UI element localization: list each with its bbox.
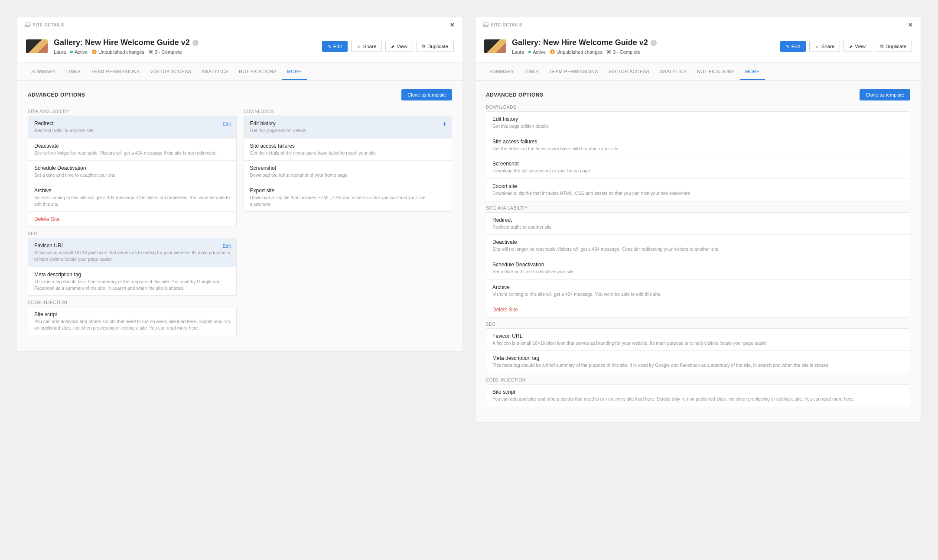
- panel-left: SITE DETAILS ✕ Gallery: New Hire Welcome…: [17, 17, 462, 351]
- help-icon[interactable]: ?: [651, 40, 657, 46]
- download-icon[interactable]: ⬇: [443, 121, 446, 127]
- page-title: Gallery: New Hire Welcome Guide v2: [54, 38, 190, 47]
- breadcrumb: SITE DETAILS: [491, 23, 522, 27]
- downloads-list: Edit history Get this page edition detai…: [486, 111, 910, 201]
- tab-notifications[interactable]: NOTIFICATIONS: [234, 63, 282, 80]
- unpublished-label: Unpublished changes: [98, 49, 144, 55]
- section-seo-label: SEO: [486, 322, 910, 327]
- archive-item[interactable]: Archive Visitors coming to this site wil…: [486, 280, 910, 302]
- tab-more[interactable]: MORE: [282, 63, 307, 80]
- author-label: Laura: [512, 49, 524, 55]
- pencil-icon: ✎: [328, 44, 331, 49]
- delete-site-item[interactable]: Delete Site: [28, 212, 236, 227]
- tab-visitor-access[interactable]: VISITOR ACCESS: [145, 63, 196, 80]
- panel-top-bar: SITE DETAILS ✕: [476, 17, 921, 31]
- schedule-deactivation-item[interactable]: Schedule Deactivation Set a date and tim…: [28, 161, 236, 183]
- deactivate-item[interactable]: Deactivate Site will no longer be reacha…: [28, 139, 236, 161]
- export-site-item[interactable]: Export site Download a .zip file that in…: [486, 179, 910, 201]
- seo-list: Favicon URL A favicon is a small 16×16 p…: [486, 328, 910, 373]
- clone-as-template-button[interactable]: Clone as template: [860, 89, 910, 100]
- complete-label: 3 - Complete: [613, 49, 640, 55]
- edit-button[interactable]: ✎Edit: [322, 41, 348, 52]
- meta-description-item[interactable]: Meta description tag This meta tag shoul…: [28, 267, 236, 295]
- archive-item[interactable]: Archive Visitors coming to this site wil…: [28, 183, 236, 212]
- section-downloads-label: DOWNLOADS: [244, 109, 453, 114]
- favicon-item[interactable]: Favicon URL A favicon is a small 16×16 p…: [28, 238, 236, 267]
- close-icon[interactable]: ✕: [908, 22, 913, 28]
- tab-more[interactable]: MORE: [740, 63, 765, 80]
- help-icon[interactable]: ?: [192, 40, 199, 46]
- duplicate-icon: ⧉: [422, 44, 425, 49]
- screenshot-item[interactable]: Screenshot Download the full screenshot …: [244, 161, 452, 183]
- section-code-injection-label: CODE INJECTION: [486, 378, 910, 382]
- view-button[interactable]: ⬈View: [844, 41, 871, 52]
- section-code-injection-label: CODE INJECTION: [28, 300, 237, 305]
- share-button[interactable]: ⪪Share: [351, 41, 382, 52]
- site-details-icon: [25, 23, 30, 27]
- tab-links[interactable]: LINKS: [519, 63, 544, 80]
- status-dot-icon: [528, 51, 531, 53]
- clone-as-template-button[interactable]: Clone as template: [401, 89, 452, 100]
- edit-button[interactable]: ✎Edit: [780, 41, 806, 52]
- favicon-item[interactable]: Favicon URL A favicon is a small 16×16 p…: [486, 329, 910, 351]
- folder-icon: ▣: [149, 49, 153, 55]
- share-icon: ⪪: [357, 44, 361, 49]
- warning-icon: !: [92, 49, 97, 54]
- share-button[interactable]: ⪪Share: [809, 41, 840, 52]
- deactivate-item[interactable]: Deactivate Site will no longer be reacha…: [486, 235, 910, 257]
- delete-site-item[interactable]: Delete Site: [486, 302, 910, 317]
- header: Gallery: New Hire Welcome Guide v2 ? Lau…: [476, 31, 921, 63]
- warning-icon: !: [550, 49, 555, 54]
- edit-history-item[interactable]: Edit history Get this page edition detai…: [486, 112, 910, 134]
- advanced-options-heading: ADVANCED OPTIONS: [486, 92, 543, 98]
- unpublished-label: Unpublished changes: [557, 49, 603, 55]
- screenshot-item[interactable]: Screenshot Download the full screenshot …: [486, 156, 910, 179]
- tab-notifications[interactable]: NOTIFICATIONS: [692, 63, 740, 80]
- schedule-deactivation-item[interactable]: Schedule Deactivation Set a date and tim…: [486, 257, 910, 280]
- section-downloads-label: DOWNLOADS: [486, 105, 910, 110]
- site-thumbnail: [26, 39, 48, 53]
- external-link-icon: ⬈: [391, 44, 394, 49]
- complete-label: 3 - Complete: [155, 49, 182, 55]
- status-label: Active: [533, 49, 546, 55]
- tab-links[interactable]: LINKS: [61, 63, 86, 80]
- edit-history-item[interactable]: Edit history Get this page edition detai…: [244, 116, 452, 139]
- pencil-icon: ✎: [786, 44, 789, 49]
- status-label: Active: [75, 49, 88, 55]
- redirect-item[interactable]: Redirect Redirect traffic to another sit…: [28, 116, 236, 139]
- status-dot-icon: [70, 51, 73, 53]
- site-access-failures-item[interactable]: Site access failures Get the details of …: [244, 139, 452, 161]
- breadcrumb: SITE DETAILS: [33, 23, 64, 27]
- redirect-item[interactable]: Redirect Redirect traffic to another sit…: [486, 213, 910, 235]
- meta-description-item[interactable]: Meta description tag This meta tag shoul…: [486, 351, 910, 373]
- close-icon[interactable]: ✕: [450, 22, 455, 28]
- seo-list: Favicon URL A favicon is a small 16×16 p…: [28, 238, 237, 296]
- site-details-icon: [483, 23, 488, 27]
- tab-team-permissions[interactable]: TEAM PERMISSIONS: [544, 63, 603, 80]
- redirect-edit-link[interactable]: Edit: [223, 121, 231, 126]
- site-script-item[interactable]: Site script You can add analytics and ot…: [486, 385, 910, 407]
- page-title: Gallery: New Hire Welcome Guide v2: [512, 38, 648, 47]
- tab-analytics[interactable]: ANALYTICS: [196, 63, 234, 80]
- site-script-item[interactable]: Site script You can add analytics and ot…: [28, 307, 236, 335]
- duplicate-button[interactable]: ⧉Duplicate: [417, 41, 454, 52]
- site-access-failures-item[interactable]: Site access failures Get the details of …: [486, 134, 910, 157]
- view-button[interactable]: ⬈View: [385, 41, 413, 52]
- favicon-edit-link[interactable]: Edit: [223, 243, 231, 249]
- site-thumbnail: [484, 39, 506, 53]
- code-injection-list: Site script You can add analytics and ot…: [486, 384, 910, 407]
- duplicate-icon: ⧉: [880, 44, 883, 49]
- tab-summary[interactable]: SUMMARY: [484, 63, 519, 80]
- tab-summary[interactable]: SUMMARY: [26, 63, 61, 80]
- panel-right: SITE DETAILS ✕ Gallery: New Hire Welcome…: [476, 17, 921, 422]
- export-site-item[interactable]: Export site Download a .zip file that in…: [244, 183, 452, 211]
- tab-analytics[interactable]: ANALYTICS: [655, 63, 692, 80]
- tab-team-permissions[interactable]: TEAM PERMISSIONS: [86, 63, 145, 80]
- section-availability-label: SITE AVAILABILTIY: [486, 206, 910, 210]
- availability-list: Redirect Redirect traffic to another sit…: [486, 212, 910, 317]
- tab-visitor-access[interactable]: VISITOR ACCESS: [603, 63, 655, 80]
- downloads-list: Edit history Get this page edition detai…: [244, 116, 453, 212]
- panel-top-bar: SITE DETAILS ✕: [17, 17, 462, 31]
- code-injection-list: Site script You can add analytics and ot…: [28, 307, 237, 336]
- duplicate-button[interactable]: ⧉Duplicate: [875, 41, 912, 52]
